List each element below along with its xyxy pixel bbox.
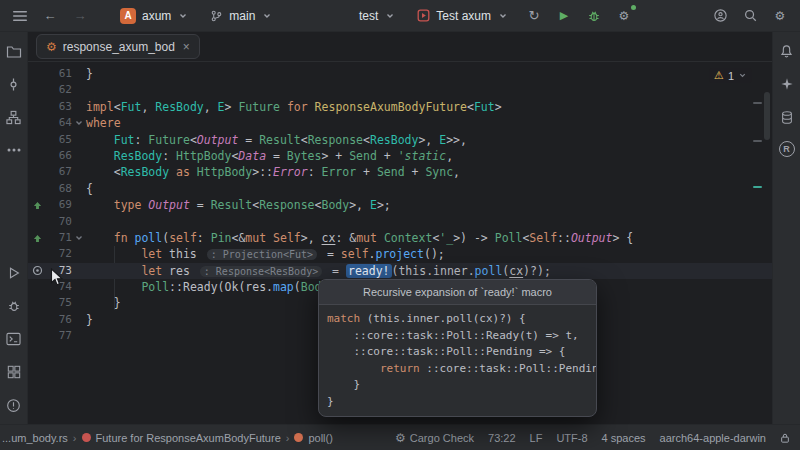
- code-token: : Projection<Fut>: [207, 249, 317, 260]
- code-token: <: [190, 133, 197, 147]
- fold-chevron-icon[interactable]: [74, 118, 84, 128]
- fold-chevron-icon[interactable]: [74, 233, 84, 243]
- code-line[interactable]: 66 ResBody: HttpBody<Data = Bytes> + Sen…: [28, 148, 772, 164]
- run-options-gear-icon[interactable]: ⚙: [614, 6, 634, 26]
- stripe-mark[interactable]: [753, 186, 762, 188]
- search-everywhere-icon[interactable]: [740, 6, 760, 26]
- more-tools-icon[interactable]: [5, 141, 23, 159]
- code-line[interactable]: 68{: [28, 181, 772, 197]
- popup-code-line: ::core::task::Poll::Pending => {: [327, 344, 588, 361]
- code-token: Self: [529, 231, 557, 245]
- code-token: ::core::task::Poll::Ready(t) => t,: [327, 329, 579, 342]
- code-token: Ready: [183, 280, 218, 294]
- line-number: 62: [46, 82, 72, 98]
- stripe-mark[interactable]: [753, 140, 762, 142]
- settings-icon[interactable]: ⚙: [770, 6, 790, 26]
- ide-window: ← → A axum main test: [0, 0, 800, 450]
- implements-marker-icon[interactable]: [33, 234, 42, 243]
- line-number: 71: [46, 230, 72, 246]
- encoding-widget[interactable]: UTF-8: [556, 432, 587, 444]
- breadcrumb-impl[interactable]: Future for ResponseAxumBodyFuture: [96, 432, 281, 444]
- close-tab-icon[interactable]: ×: [183, 40, 190, 54]
- code-token: <: [114, 100, 121, 114]
- debug-tool-icon[interactable]: [5, 297, 23, 315]
- code-line[interactable]: 62: [28, 82, 772, 98]
- terminal-tool-icon[interactable]: [5, 330, 23, 348]
- fold-slot: [72, 197, 86, 213]
- code-text: fn poll(self: Pin<&mut Self>, cx: &mut C…: [86, 230, 633, 246]
- run-configuration-selector[interactable]: Test axum: [411, 6, 514, 26]
- code-token: [280, 100, 287, 114]
- services-tool-icon[interactable]: [5, 363, 23, 381]
- rerun-icon[interactable]: ↻: [524, 6, 544, 26]
- line-number: 63: [46, 99, 72, 115]
- code-token: (: [218, 280, 225, 294]
- code-line[interactable]: 61}: [28, 66, 772, 82]
- code-line[interactable]: 71 fn poll(self: Pin<&mut Self>, cx: &mu…: [28, 230, 772, 246]
- editor-tab-bar: ⚙ response_axum_bod ×: [28, 32, 772, 62]
- editor-tab[interactable]: ⚙ response_axum_bod ×: [36, 34, 200, 59]
- code-line[interactable]: 67 <ResBody as HttpBody>::Error: Error +…: [28, 164, 772, 180]
- indent-widget[interactable]: 4 spaces: [602, 432, 646, 444]
- code-token: HttpBody: [176, 149, 231, 163]
- breadcrumb-function[interactable]: poll(): [308, 432, 332, 444]
- cargo-check-widget[interactable]: ⚙ Cargo Check: [395, 431, 474, 445]
- scrollbar-thumb[interactable]: [764, 92, 770, 140]
- chevron-down-icon: [262, 11, 272, 21]
- code-line[interactable]: 73 let res : Response<ResBody> = ready!(…: [28, 263, 772, 279]
- fold-slot: [72, 328, 86, 344]
- inspections-widget[interactable]: ⚠ 1: [709, 68, 752, 83]
- code-token: >: [495, 100, 502, 114]
- code-token: +: [377, 149, 398, 163]
- cargo-tool-icon[interactable]: R: [779, 141, 795, 157]
- code-line[interactable]: 63impl<Fut, ResBody, E> Future for Respo…: [28, 99, 772, 115]
- implements-marker-icon[interactable]: [33, 201, 42, 210]
- line-number: 66: [46, 148, 72, 164]
- notifications-bell-icon[interactable]: [778, 42, 796, 60]
- navigate-back-icon[interactable]: ←: [40, 6, 60, 26]
- macro-expand-icon[interactable]: [32, 265, 43, 276]
- code-token: =: [238, 133, 259, 147]
- main-menu-icon[interactable]: [10, 6, 30, 26]
- vcs-branch-widget[interactable]: main: [204, 6, 278, 26]
- code-line[interactable]: 65 Fut: Future<Output = Result<Response<…: [28, 132, 772, 148]
- scope-selector[interactable]: test: [353, 6, 401, 26]
- code-token: for: [287, 100, 308, 114]
- navigate-forward-icon[interactable]: →: [70, 6, 90, 26]
- code-text: type Output = Result<Response<Body>, E>;: [86, 197, 391, 213]
- structure-tool-icon[interactable]: [5, 108, 23, 126]
- fold-slot: [72, 66, 86, 82]
- debug-button[interactable]: [584, 6, 604, 26]
- database-tool-icon[interactable]: [778, 108, 796, 126]
- code-line[interactable]: 64where: [28, 115, 772, 131]
- lock-icon[interactable]: [780, 432, 790, 444]
- line-number: 70: [46, 214, 72, 230]
- rust-file-icon: ⚙: [46, 41, 57, 53]
- code-with-me-icon[interactable]: [710, 6, 730, 26]
- line-ending-widget[interactable]: LF: [530, 432, 543, 444]
- code-token: match: [327, 312, 360, 325]
- code-token: =: [266, 149, 287, 163]
- project-tool-icon[interactable]: [5, 42, 23, 60]
- left-tool-strip: [0, 32, 28, 424]
- popup-code-line: match (this.inner.poll(cx)?) {: [327, 311, 588, 328]
- code-line[interactable]: 72 let this : Projection<Fut> = self.pro…: [28, 246, 772, 262]
- code-token: ::core::task::Poll::Pending => {: [327, 345, 565, 358]
- ai-assistant-icon[interactable]: [778, 75, 796, 93]
- code-token: Context: [384, 231, 432, 245]
- project-widget[interactable]: A axum: [114, 5, 194, 27]
- code-token: ,: [446, 149, 453, 163]
- target-triple-widget[interactable]: aarch64-apple-darwin: [660, 432, 766, 444]
- code-line[interactable]: 70: [28, 214, 772, 230]
- commit-tool-icon[interactable]: [5, 75, 23, 93]
- code-line[interactable]: 69 type Output = Result<Response<Body>, …: [28, 197, 772, 213]
- run-config-icon: [417, 9, 430, 22]
- stripe-mark[interactable]: [753, 102, 762, 104]
- run-tool-icon[interactable]: [5, 264, 23, 282]
- line-number: 68: [46, 181, 72, 197]
- caret-position-widget[interactable]: 73:22: [488, 432, 516, 444]
- breadcrumb-file[interactable]: ...um_body.rs: [2, 432, 68, 444]
- code-token: map: [273, 280, 294, 294]
- run-button[interactable]: ▶: [554, 6, 574, 26]
- problems-tool-icon[interactable]: [5, 396, 23, 414]
